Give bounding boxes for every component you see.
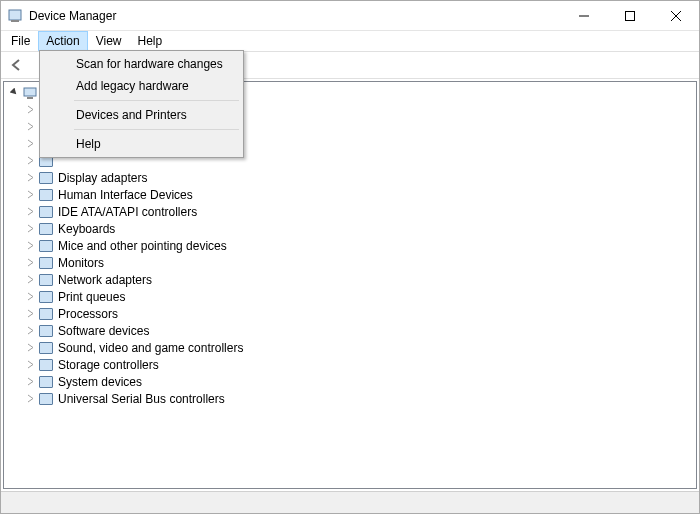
- tree-item-label: Print queues: [58, 290, 125, 304]
- tree-item-label: Keyboards: [58, 222, 115, 236]
- expand-icon[interactable]: [24, 121, 36, 133]
- action-menu-dropdown: Scan for hardware changes Add legacy har…: [39, 50, 244, 158]
- svg-rect-1: [11, 20, 19, 22]
- expand-icon[interactable]: [24, 206, 36, 218]
- expand-icon[interactable]: [24, 240, 36, 252]
- dropdown-separator: [74, 129, 239, 130]
- tree-item-label: Display adapters: [58, 171, 147, 185]
- window-title: Device Manager: [29, 9, 116, 23]
- tree-item-label: Network adapters: [58, 273, 152, 287]
- expand-icon[interactable]: [24, 155, 36, 167]
- menu-action[interactable]: Action: [38, 31, 87, 51]
- window-controls: [561, 1, 699, 31]
- device-category-icon: [38, 357, 54, 373]
- app-icon: [7, 8, 23, 24]
- close-button[interactable]: [653, 1, 699, 31]
- tree-item-label: Sound, video and game controllers: [58, 341, 243, 355]
- tree-item-label: Storage controllers: [58, 358, 159, 372]
- tree-item-label: IDE ATA/ATAPI controllers: [58, 205, 197, 219]
- expand-icon[interactable]: [24, 325, 36, 337]
- device-category-icon: [38, 391, 54, 407]
- tree-item-label: Mice and other pointing devices: [58, 239, 227, 253]
- menu-file[interactable]: File: [3, 31, 38, 51]
- tree-item-label: Human Interface Devices: [58, 188, 193, 202]
- svg-rect-0: [9, 10, 21, 20]
- tree-item[interactable]: Universal Serial Bus controllers: [8, 390, 696, 407]
- expand-icon[interactable]: [24, 257, 36, 269]
- menu-help[interactable]: Help: [130, 31, 171, 51]
- tree-item[interactable]: Sound, video and game controllers: [8, 339, 696, 356]
- expand-icon[interactable]: [24, 223, 36, 235]
- back-button[interactable]: [5, 54, 29, 76]
- tree-item[interactable]: Software devices: [8, 322, 696, 339]
- device-category-icon: [38, 170, 54, 186]
- expand-icon[interactable]: [24, 138, 36, 150]
- tree-item[interactable]: Mice and other pointing devices: [8, 237, 696, 254]
- tree-item-label: Processors: [58, 307, 118, 321]
- device-category-icon: [38, 272, 54, 288]
- expand-icon[interactable]: [24, 393, 36, 405]
- expand-icon[interactable]: [24, 189, 36, 201]
- svg-rect-7: [27, 97, 33, 99]
- device-category-icon: [38, 323, 54, 339]
- computer-icon: [22, 85, 38, 101]
- tree-item-label: Software devices: [58, 324, 149, 338]
- expand-icon[interactable]: [24, 359, 36, 371]
- device-category-icon: [38, 204, 54, 220]
- expand-icon[interactable]: [24, 291, 36, 303]
- tree-item[interactable]: IDE ATA/ATAPI controllers: [8, 203, 696, 220]
- device-category-icon: [38, 187, 54, 203]
- minimize-button[interactable]: [561, 1, 607, 31]
- tree-item-label: Monitors: [58, 256, 104, 270]
- device-category-icon: [38, 238, 54, 254]
- device-category-icon: [38, 221, 54, 237]
- tree-item-label: Universal Serial Bus controllers: [58, 392, 225, 406]
- menu-scan-hardware[interactable]: Scan for hardware changes: [42, 53, 241, 75]
- tree-item[interactable]: Human Interface Devices: [8, 186, 696, 203]
- maximize-button[interactable]: [607, 1, 653, 31]
- menu-view[interactable]: View: [88, 31, 130, 51]
- collapse-icon[interactable]: [8, 87, 20, 99]
- expand-icon[interactable]: [24, 172, 36, 184]
- tree-item[interactable]: Network adapters: [8, 271, 696, 288]
- device-category-icon: [38, 306, 54, 322]
- expand-icon[interactable]: [24, 104, 36, 116]
- dropdown-separator: [74, 100, 239, 101]
- device-category-icon: [38, 374, 54, 390]
- tree-item[interactable]: Keyboards: [8, 220, 696, 237]
- tree-item[interactable]: Display adapters: [8, 169, 696, 186]
- title-bar: Device Manager: [1, 1, 699, 31]
- menu-help[interactable]: Help: [42, 133, 241, 155]
- svg-rect-6: [24, 88, 36, 96]
- device-category-icon: [38, 289, 54, 305]
- expand-icon[interactable]: [24, 308, 36, 320]
- expand-icon[interactable]: [24, 274, 36, 286]
- svg-rect-3: [626, 11, 635, 20]
- device-category-icon: [38, 340, 54, 356]
- tree-item[interactable]: System devices: [8, 373, 696, 390]
- menu-devices-and-printers[interactable]: Devices and Printers: [42, 104, 241, 126]
- device-category-icon: [38, 255, 54, 271]
- tree-item-label: System devices: [58, 375, 142, 389]
- tree-item[interactable]: Processors: [8, 305, 696, 322]
- expand-icon[interactable]: [24, 342, 36, 354]
- menu-bar: File Action View Help: [1, 31, 699, 51]
- tree-item[interactable]: Monitors: [8, 254, 696, 271]
- tree-item[interactable]: Storage controllers: [8, 356, 696, 373]
- status-bar: [1, 491, 699, 513]
- expand-icon[interactable]: [24, 376, 36, 388]
- menu-add-legacy-hardware[interactable]: Add legacy hardware: [42, 75, 241, 97]
- tree-item[interactable]: Print queues: [8, 288, 696, 305]
